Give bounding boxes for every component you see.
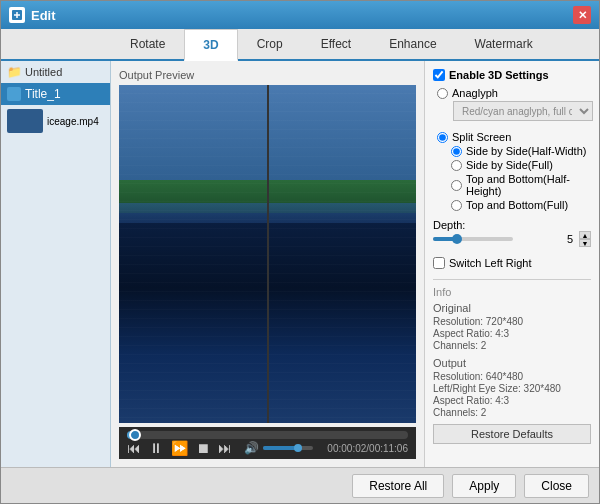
enable-3d-row: Enable 3D Settings: [433, 69, 591, 81]
video-left-panel: [119, 85, 269, 423]
depth-thumb: [452, 234, 462, 244]
tab-watermark[interactable]: Watermark: [456, 29, 552, 59]
untitled-label: Untitled: [25, 66, 62, 78]
land-right: [269, 180, 417, 214]
tab-3d[interactable]: 3D: [184, 29, 237, 61]
volume-icon[interactable]: 🔊: [244, 442, 259, 454]
side-half-row: Side by Side(Half-Width): [451, 145, 591, 157]
item-thumbnail: [7, 109, 43, 133]
close-window-button[interactable]: ✕: [573, 6, 591, 24]
volume-fill: [263, 446, 298, 450]
restore-defaults-button[interactable]: Restore Defaults: [433, 424, 591, 444]
item-icon: [7, 87, 21, 101]
side-by-side-full-label[interactable]: Side by Side(Full): [466, 159, 553, 171]
depth-row: 5 ▲ ▼: [433, 231, 591, 247]
file-label: iceage.mp4: [47, 116, 99, 127]
rewind-button[interactable]: ⏮: [127, 441, 141, 455]
output-label: Output: [433, 357, 591, 369]
original-label: Original: [433, 302, 591, 314]
window-title: Edit: [31, 8, 56, 23]
title1-label: Title_1: [25, 87, 61, 101]
time-display: 00:00:02/00:11:06: [327, 443, 408, 454]
output-resolution: Resolution: 640*480: [433, 371, 591, 382]
anaglyph-radio-row: Anaglyph: [437, 87, 591, 99]
depth-value: 5: [567, 233, 573, 245]
depth-spinner: ▲ ▼: [579, 231, 591, 247]
volume-bar[interactable]: [263, 446, 313, 450]
split-screen-section: Split Screen Side by Side(Half-Width) Si…: [437, 131, 591, 213]
anaglyph-select[interactable]: Red/cyan anaglyph, full color: [453, 101, 593, 121]
tab-crop[interactable]: Crop: [238, 29, 302, 59]
top-bottom-half-radio[interactable]: [451, 180, 462, 191]
output-channels: Channels: 2: [433, 407, 591, 418]
edit-window: Edit ✕ Rotate 3D Crop Effect Enhance Wat…: [0, 0, 600, 504]
anaglyph-radio[interactable]: [437, 88, 448, 99]
ocean-background-left: [119, 85, 267, 423]
original-info-group: Original Resolution: 720*480 Aspect Rati…: [433, 302, 591, 351]
progress-bar[interactable]: [127, 431, 408, 439]
content-area: 📁 Untitled Title_1 iceage.mp4 Output Pre…: [1, 61, 599, 467]
stop-button[interactable]: ⏹: [196, 441, 210, 455]
info-section: Info Original Resolution: 720*480 Aspect…: [433, 279, 591, 444]
fast-forward-button[interactable]: ⏩: [171, 441, 188, 455]
title-bar: Edit ✕: [1, 1, 599, 29]
controls-row: ⏮ ⏸ ⏩ ⏹ ⏭ 🔊 00:00:02/00:11:06: [127, 441, 408, 455]
bottom-bar: Restore All Apply Close: [1, 467, 599, 503]
ocean-background-right: [269, 85, 417, 423]
sidebar: 📁 Untitled Title_1 iceage.mp4: [1, 61, 111, 467]
switch-lr-checkbox[interactable]: [433, 257, 445, 269]
main-panel: Output Preview: [111, 61, 424, 467]
side-by-side-half-radio[interactable]: [451, 146, 462, 157]
video-split: [119, 85, 416, 423]
depth-slider[interactable]: [433, 237, 513, 241]
play-pause-button[interactable]: ⏸: [149, 441, 163, 455]
output-aspect: Aspect Ratio: 4:3: [433, 395, 591, 406]
side-by-side-half-label[interactable]: Side by Side(Half-Width): [466, 145, 586, 157]
close-button[interactable]: Close: [524, 474, 589, 498]
tab-effect[interactable]: Effect: [302, 29, 370, 59]
depth-slider-container: [433, 231, 563, 247]
land-left: [119, 180, 267, 214]
video-right-panel: [269, 85, 417, 423]
anaglyph-label[interactable]: Anaglyph: [452, 87, 498, 99]
folder-icon: 📁: [7, 65, 21, 79]
horizon-right: [269, 203, 417, 223]
original-resolution: Resolution: 720*480: [433, 316, 591, 327]
apply-button[interactable]: Apply: [452, 474, 516, 498]
sidebar-item-file[interactable]: iceage.mp4: [1, 105, 110, 137]
tab-enhance[interactable]: Enhance: [370, 29, 455, 59]
top-bottom-half-label[interactable]: Top and Bottom(Half-Height): [466, 173, 591, 197]
skip-end-button[interactable]: ⏭: [218, 441, 232, 455]
volume-area: 🔊: [244, 442, 313, 454]
anaglyph-dropdown-row: Red/cyan anaglyph, full color: [453, 101, 591, 121]
sidebar-item-title1[interactable]: Title_1: [1, 83, 110, 105]
switch-lr-label[interactable]: Switch Left Right: [449, 257, 532, 269]
side-by-side-full-radio[interactable]: [451, 160, 462, 171]
sky-left: [119, 85, 267, 203]
tab-rotate[interactable]: Rotate: [111, 29, 184, 59]
side-full-row: Side by Side(Full): [451, 159, 591, 171]
restore-all-button[interactable]: Restore All: [352, 474, 444, 498]
output-info-group: Output Resolution: 640*480 Left/Right Ey…: [433, 357, 591, 418]
depth-label-text: Depth:: [433, 219, 591, 231]
video-preview: [119, 85, 416, 423]
split-screen-label[interactable]: Split Screen: [452, 131, 511, 143]
split-screen-radio[interactable]: [437, 132, 448, 143]
preview-label: Output Preview: [119, 69, 416, 81]
right-panel: Enable 3D Settings Anaglyph Red/cyan ana…: [424, 61, 599, 467]
original-aspect: Aspect Ratio: 4:3: [433, 328, 591, 339]
output-eye-size: Left/Right Eye Size: 320*480: [433, 383, 591, 394]
progress-thumb: [129, 429, 141, 441]
anaglyph-section: Anaglyph Red/cyan anaglyph, full color: [437, 87, 591, 125]
split-screen-radio-row: Split Screen: [437, 131, 591, 143]
switch-lr-row: Switch Left Right: [433, 257, 591, 269]
info-title: Info: [433, 286, 591, 298]
depth-up-button[interactable]: ▲: [579, 231, 591, 239]
top-bottom-full-radio[interactable]: [451, 200, 462, 211]
top-bottom-full-label[interactable]: Top and Bottom(Full): [466, 199, 568, 211]
app-icon: [9, 7, 25, 23]
enable-3d-label[interactable]: Enable 3D Settings: [449, 69, 549, 81]
enable-3d-checkbox[interactable]: [433, 69, 445, 81]
volume-thumb: [294, 444, 302, 452]
depth-down-button[interactable]: ▼: [579, 239, 591, 247]
